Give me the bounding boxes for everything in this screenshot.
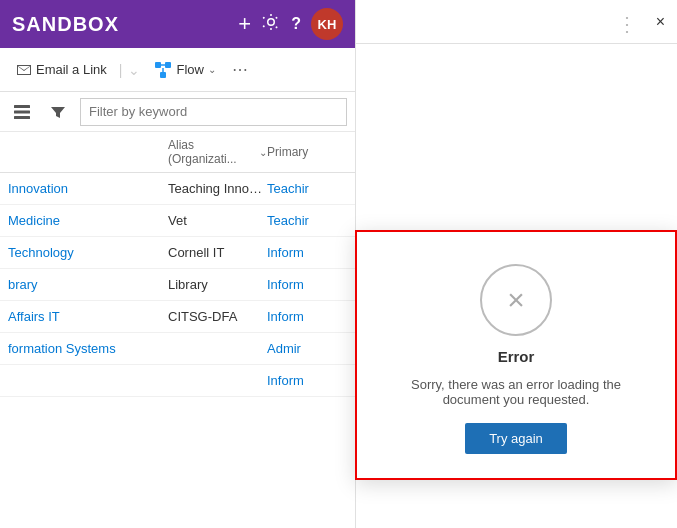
error-modal: × Error Sorry, there was an error loadin… (355, 230, 677, 480)
toolbar: Email a Link | ⌄ Flow ⌄ ⋯ (0, 48, 355, 92)
flow-button[interactable]: Flow ⌄ (146, 57, 223, 83)
cell-alias: Cornell IT (168, 245, 267, 260)
cell-name[interactable]: brary (8, 277, 168, 292)
table-row: Innovation Teaching Innova... Teachir (0, 173, 355, 205)
cell-name[interactable]: Affairs IT (8, 309, 168, 324)
close-button[interactable]: × (656, 13, 665, 31)
toolbar-more-icon[interactable]: ⋯ (232, 60, 248, 79)
cell-name[interactable]: Technology (8, 245, 168, 260)
table-row: formation Systems Admir (0, 333, 355, 365)
cell-alias: Library (168, 277, 267, 292)
cell-primary: Teachir (267, 213, 347, 228)
table-row: Medicine Vet Teachir (0, 205, 355, 237)
cell-name[interactable]: Innovation (8, 181, 168, 196)
cell-alias: Teaching Innova... (168, 181, 267, 196)
cell-name[interactable] (8, 373, 168, 388)
cell-primary: Teachir (267, 181, 347, 196)
settings-icon[interactable] (261, 12, 281, 37)
svg-rect-5 (14, 105, 30, 108)
svg-rect-1 (165, 62, 171, 68)
cell-primary: Inform (267, 309, 347, 324)
flow-chevron-icon: ⌄ (208, 64, 216, 75)
error-title: Error (498, 348, 535, 365)
error-message: Sorry, there was an error loading the do… (381, 377, 651, 407)
table-row: brary Library Inform (0, 269, 355, 301)
cell-alias: Vet (168, 213, 267, 228)
svg-rect-6 (14, 110, 30, 113)
cell-primary: Admir (267, 341, 347, 356)
cell-primary: Inform (267, 277, 347, 292)
app-title: SANDBOX (12, 13, 228, 36)
table-body: Innovation Teaching Innova... Teachir Me… (0, 173, 355, 397)
right-panel-header: × ⋮ (356, 0, 677, 44)
svg-rect-0 (155, 62, 161, 68)
cell-alias (168, 341, 267, 356)
cell-name[interactable]: Medicine (8, 213, 168, 228)
svg-rect-7 (14, 116, 30, 119)
help-icon[interactable]: ? (291, 15, 301, 33)
try-again-button[interactable]: Try again (465, 423, 567, 454)
avatar[interactable]: KH (311, 8, 343, 40)
col-header-name (8, 138, 168, 166)
view-toggle-button[interactable] (8, 98, 36, 126)
table-header: Alias (Organizati... ⌄ Primary (0, 132, 355, 173)
cell-primary: Inform (267, 373, 347, 388)
table-row: Inform (0, 365, 355, 397)
filter-bar (0, 92, 355, 132)
error-icon-circle: × (480, 264, 552, 336)
cell-alias: CITSG-DFA (168, 309, 267, 324)
col-header-alias[interactable]: Alias (Organizati... ⌄ (168, 138, 267, 166)
cell-primary: Inform (267, 245, 347, 260)
cell-alias (168, 373, 267, 388)
filter-icon[interactable] (44, 98, 72, 126)
email-link-button[interactable]: Email a Link (8, 58, 115, 82)
cell-name[interactable]: formation Systems (8, 341, 168, 356)
email-link-label: Email a Link (36, 62, 107, 77)
add-button[interactable]: + (238, 11, 251, 37)
col-header-primary[interactable]: Primary (267, 138, 347, 166)
flow-label: Flow (176, 62, 203, 77)
table-row: Technology Cornell IT Inform (0, 237, 355, 269)
keyword-filter-input[interactable] (80, 98, 347, 126)
error-x-icon: × (507, 283, 525, 317)
app-header: SANDBOX + ? KH (0, 0, 355, 48)
table-row: Affairs IT CITSG-DFA Inform (0, 301, 355, 333)
svg-rect-2 (160, 72, 166, 78)
